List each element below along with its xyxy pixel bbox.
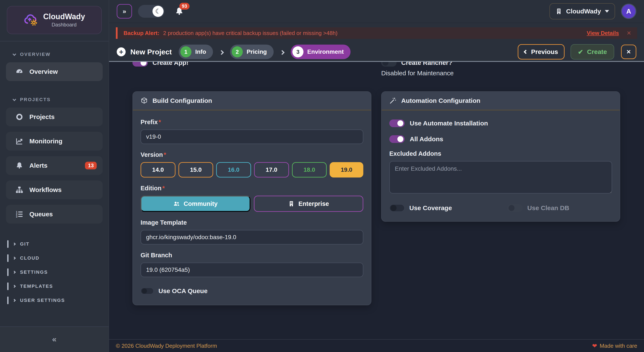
create-rancher-toggle (381, 62, 396, 67)
git-branch-label: Git Branch (140, 252, 363, 259)
use-automate-installation-label: Use Automate Installation (410, 120, 488, 127)
create-button[interactable]: ✔ Create (570, 44, 614, 60)
sidebar-collapse-button[interactable]: « (50, 334, 59, 344)
top-toggles-row: Create App! Create Rancher? Disabled for… (132, 62, 620, 77)
made-with-text: Made with care (600, 343, 637, 349)
sidebar-item-label: Workflows (30, 186, 62, 194)
sidebar-item-overview[interactable]: Overview (6, 62, 103, 81)
caret-down-icon (605, 10, 609, 13)
building-icon (556, 8, 562, 15)
sidebar-item-label: Alerts (30, 162, 48, 169)
sitemap-icon (15, 186, 24, 194)
required-asterisk: * (164, 151, 166, 158)
copyright-text: © 2026 CloudWady Deployment Platform (116, 343, 217, 349)
version-option-14[interactable]: 14.0 (140, 162, 176, 178)
alert-message: 2 production app(s) have critical backup… (163, 30, 338, 37)
svg-text:3: 3 (16, 215, 18, 218)
previous-button[interactable]: Previous (518, 44, 565, 60)
edition-enterprise[interactable]: Enterprise (254, 196, 363, 212)
edition-options: Community (140, 196, 363, 212)
chevron-right-icon (219, 50, 224, 55)
section-header-overview[interactable]: OVERVIEW (13, 52, 108, 57)
edition-community-selected[interactable]: Community (140, 196, 250, 212)
prefix-input[interactable] (140, 129, 363, 144)
version-options: 14.0 15.0 16.0 17.0 18.0 19.0 (140, 162, 363, 178)
sidebar-section-user-settings[interactable]: USER SETTINGS (7, 296, 108, 304)
excluded-addons-textarea[interactable] (389, 161, 612, 194)
app-root: CloudWady Dashboard OVERVIEW Overview PR… (0, 0, 644, 352)
create-app-toggle[interactable] (132, 62, 148, 67)
ordered-list-icon: 1 2 3 (15, 210, 24, 218)
create-rancher-label: Create Rancher? (401, 62, 452, 66)
sidebar: CloudWady Dashboard OVERVIEW Overview PR… (0, 0, 109, 352)
version-option-16[interactable]: 16.0 (216, 162, 251, 178)
sidebar-section-settings[interactable]: SETTINGS (7, 268, 108, 276)
sidebar-item-label: Monitoring (30, 138, 62, 145)
version-option-18[interactable]: 18.0 (292, 162, 327, 178)
sidebar-item-queues[interactable]: 1 2 3 Queues (6, 205, 103, 224)
oca-queue-row: Use OCA Queue (140, 287, 363, 297)
chevron-right-icon (13, 299, 16, 302)
chevron-right-icon (13, 285, 16, 288)
notifications-button[interactable]: 93 (175, 7, 184, 16)
step-number: 3 (292, 46, 304, 57)
user-avatar[interactable]: A (621, 4, 636, 19)
wizard-close-button[interactable]: ✕ (621, 45, 636, 59)
image-template-input[interactable] (140, 230, 363, 245)
wizard-title: New Project (130, 48, 172, 56)
maintenance-note: Disabled for Maintenance (381, 70, 454, 77)
app-title: CloudWady (43, 12, 85, 21)
build-card-title: Build Configuration (152, 97, 212, 104)
chart-line-icon (15, 137, 24, 145)
backup-alert-banner: Backup Alert: 2 production app(s) have c… (116, 27, 637, 39)
collapsed-sections: GIT CLOUD SETTINGS TEMPLATES USER SETTIN (0, 240, 108, 311)
sidebar-section-cloud[interactable]: CLOUD (7, 254, 108, 262)
step-separator (220, 48, 223, 56)
check-icon: ✔ (578, 48, 583, 56)
sidebar-item-projects[interactable]: Projects (6, 107, 103, 126)
wizard-step-info[interactable]: 1 Info (179, 45, 213, 59)
sidebar-section-templates[interactable]: TEMPLATES (7, 282, 108, 290)
app-subtitle: Dashboard (43, 22, 85, 28)
view-details-link[interactable]: View Details (587, 30, 619, 37)
org-switcher-button[interactable]: CloudWady (550, 3, 615, 20)
all-addons-toggle[interactable] (389, 135, 405, 143)
cloud-gear-logo-icon (24, 14, 38, 27)
wizard-step-pricing[interactable]: 2 Pricing (230, 45, 274, 59)
chevron-left-icon (524, 50, 528, 54)
section-header-projects[interactable]: PROJECTS (13, 97, 108, 102)
sidebar-expand-button[interactable]: » (117, 4, 132, 19)
version-option-15[interactable]: 15.0 (178, 162, 214, 178)
sidebar-item-workflows[interactable]: Workflows (6, 181, 103, 199)
sidebar-footer: « (0, 326, 108, 352)
sidebar-item-label: Queues (30, 211, 53, 218)
use-oca-queue-toggle[interactable] (140, 288, 154, 294)
version-option-19-selected[interactable]: 19.0 (330, 162, 363, 178)
sidebar-section-git[interactable]: GIT (7, 240, 108, 248)
users-icon (173, 201, 180, 207)
wizard-step-environment[interactable]: 3 Environment (291, 45, 350, 59)
alert-close-icon[interactable]: ✕ (626, 30, 631, 37)
automation-card-title: Automation Configuration (401, 97, 480, 104)
version-label: Version* (140, 151, 363, 158)
use-automate-installation-toggle[interactable] (389, 119, 405, 127)
circle-icon (15, 113, 24, 121)
step-number: 1 (180, 46, 192, 57)
automation-configuration-card: Automation Configuration Use Automate In… (381, 91, 620, 222)
gauge-icon (15, 68, 24, 76)
plus-circle-icon: + (117, 47, 126, 56)
image-template-label: Image Template (140, 219, 363, 226)
excluded-addons-label: Excluded Addons (389, 150, 612, 157)
sidebar-item-monitoring[interactable]: Monitoring (6, 132, 103, 151)
org-name: CloudWady (566, 8, 601, 15)
dark-mode-toggle[interactable]: ☾ (138, 5, 164, 18)
sidebar-divider (0, 41, 108, 41)
use-clean-db-toggle (507, 204, 522, 212)
sidebar-item-alerts[interactable]: Alerts 13 (6, 156, 103, 175)
use-coverage-toggle[interactable] (389, 204, 405, 212)
heart-icon: ❤ (592, 342, 597, 349)
git-branch-input[interactable] (140, 263, 363, 277)
version-option-17[interactable]: 17.0 (254, 162, 289, 178)
chevron-down-icon (12, 52, 16, 56)
chevron-down-icon (12, 97, 16, 101)
